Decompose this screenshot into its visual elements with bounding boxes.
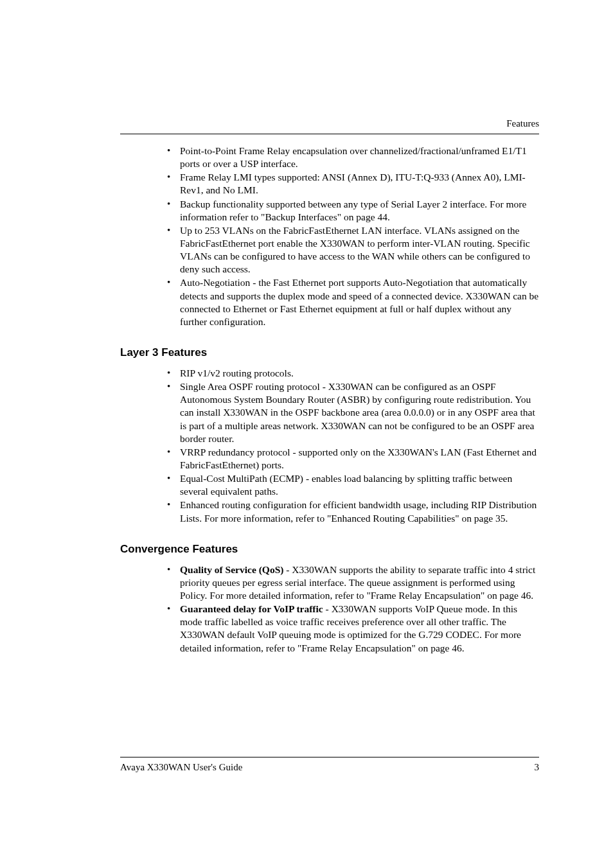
header-rule [120,134,539,134]
list-item: Quality of Service (QoS) - X330WAN suppo… [180,563,539,602]
section2-heading: Layer 3 Features [120,346,539,359]
list-item: VRRP redundancy protocol - supported onl… [180,446,539,472]
section3-list: Quality of Service (QoS) - X330WAN suppo… [120,563,539,655]
list-item: Backup functionality supported between a… [180,198,539,224]
list-item: RIP v1/v2 routing protocols. [180,367,539,380]
section1-list: Point-to-Point Frame Relay encapsulation… [120,145,539,328]
list-item: Auto-Negotiation - the Fast Ethernet por… [180,276,539,328]
bold-lead: Quality of Service (QoS) [180,564,283,575]
list-item: Single Area OSPF routing protocol - X330… [180,380,539,445]
list-item: Frame Relay LMI types supported: ANSI (A… [180,171,539,197]
page-content: Point-to-Point Frame Relay encapsulation… [120,145,539,655]
list-item: Enhanced routing configuration for effic… [180,499,539,524]
section3-heading: Convergence Features [120,543,539,556]
page-number: 3 [535,762,540,773]
bold-lead: Guaranteed delay for VoIP traffic [180,603,323,614]
section2-list: RIP v1/v2 routing protocols. Single Area… [120,367,539,525]
list-item: Point-to-Point Frame Relay encapsulation… [180,145,539,170]
list-item: Equal-Cost MultiPath (ECMP) - enables lo… [180,472,539,498]
list-item: Up to 253 VLANs on the FabricFastEtherne… [180,224,539,276]
footer-text: Avaya X330WAN User's Guide [120,762,242,773]
running-title: Features [506,118,539,129]
list-item: Guaranteed delay for VoIP traffic - X330… [180,603,539,655]
footer-rule [120,757,539,757]
